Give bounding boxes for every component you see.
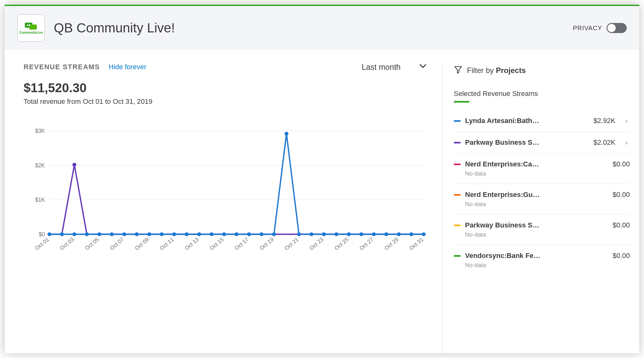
privacy-toggle[interactable] <box>607 23 627 33</box>
svg-point-14 <box>72 232 76 236</box>
stream-row[interactable]: Vendorsync:Bank Fe…No data$0.00 <box>454 245 630 275</box>
chevron-right-icon: › <box>625 139 630 146</box>
stream-swatch <box>454 194 461 196</box>
svg-point-25 <box>210 232 214 236</box>
svg-point-35 <box>335 232 338 236</box>
total-revenue-amount: $11,520.30 <box>24 81 430 95</box>
svg-point-29 <box>259 232 263 236</box>
stream-row[interactable]: Parkway Business S…No data$0.00 <box>454 214 630 245</box>
svg-point-28 <box>247 232 251 236</box>
stream-main: Parkway Business S…No data <box>465 221 608 238</box>
stream-subtext: No data <box>465 201 608 208</box>
chevron-right-icon: › <box>625 117 630 125</box>
content-body: REVENUE STREAMS Hide forever Last month … <box>5 50 639 353</box>
svg-text:$2K: $2K <box>35 162 45 169</box>
svg-point-2 <box>27 24 29 26</box>
svg-point-22 <box>172 232 176 236</box>
svg-point-40 <box>397 232 401 236</box>
stream-amount: $0.00 <box>613 160 630 168</box>
svg-text:Oct 17: Oct 17 <box>233 236 250 251</box>
stream-row[interactable]: Nerd Enterprises:Gu…No data$0.00 <box>454 184 630 214</box>
svg-text:Oct 13: Oct 13 <box>184 236 200 251</box>
stream-row[interactable]: Nerd Enterprises:Ca…No data$0.00 <box>454 153 630 184</box>
svg-text:Oct 11: Oct 11 <box>158 236 175 251</box>
stream-name: Parkway Business S… <box>465 221 545 229</box>
stream-swatch <box>454 120 461 122</box>
stream-main: Nerd Enterprises:Gu…No data <box>465 191 608 208</box>
svg-text:Oct 31: Oct 31 <box>408 236 425 251</box>
stream-row[interactable]: Parkway Business S…$2.02K› <box>454 131 630 153</box>
svg-point-12 <box>47 232 51 236</box>
filter-bold: Projects <box>496 66 526 75</box>
stream-swatch <box>454 255 461 257</box>
app-window: CommunityLive QB Community Live! PRIVACY… <box>5 5 639 353</box>
stream-name: Lynda Artesani:Bath… <box>465 117 545 125</box>
svg-point-39 <box>384 232 388 236</box>
svg-text:Oct 15: Oct 15 <box>208 236 225 251</box>
svg-point-21 <box>160 232 164 236</box>
stream-subtext: No data <box>465 231 608 238</box>
date-range-select[interactable]: Last month <box>362 62 430 72</box>
svg-text:Oct 07: Oct 07 <box>109 236 125 251</box>
svg-point-20 <box>147 232 151 236</box>
svg-point-26 <box>222 232 226 236</box>
svg-point-38 <box>372 232 376 236</box>
svg-point-32 <box>297 232 301 236</box>
svg-point-42 <box>422 232 425 236</box>
funnel-icon <box>454 65 463 76</box>
section-title: REVENUE STREAMS <box>24 63 100 71</box>
svg-point-3 <box>29 24 31 26</box>
stream-list: Lynda Artesani:Bath…$2.92K›Parkway Busin… <box>454 110 630 275</box>
filter-by-projects[interactable]: Filter by Projects <box>454 65 630 76</box>
stream-amount: $0.00 <box>613 252 630 260</box>
chevron-down-icon <box>419 62 427 72</box>
tab-label: Selected Revenue Streams <box>454 90 538 98</box>
svg-point-17 <box>110 232 114 236</box>
total-revenue-subtext: Total revenue from Oct 01 to Oct 31, 201… <box>24 98 430 106</box>
svg-point-19 <box>135 232 139 236</box>
svg-point-37 <box>359 232 363 236</box>
svg-point-31 <box>285 132 288 136</box>
chart-svg: $0$1K$2K$3KOct 01Oct 03Oct 05Oct 07Oct 0… <box>24 128 430 263</box>
svg-point-23 <box>185 232 188 236</box>
page-title: QB Community Live! <box>54 20 175 36</box>
svg-marker-60 <box>455 67 462 73</box>
stream-name: Vendorsync:Bank Fe… <box>465 252 545 260</box>
svg-point-43 <box>72 163 76 166</box>
stream-main: Parkway Business S… <box>465 138 589 147</box>
svg-text:Oct 27: Oct 27 <box>358 236 375 251</box>
stream-swatch <box>454 142 461 143</box>
svg-text:Oct 19: Oct 19 <box>258 236 275 251</box>
hide-forever-link[interactable]: Hide forever <box>109 63 147 71</box>
stream-main: Nerd Enterprises:Ca…No data <box>465 160 608 177</box>
revenue-chart: $0$1K$2K$3KOct 01Oct 03Oct 05Oct 07Oct 0… <box>24 128 430 263</box>
svg-point-24 <box>197 232 201 236</box>
stream-main: Vendorsync:Bank Fe…No data <box>465 252 608 269</box>
svg-point-36 <box>347 232 351 236</box>
svg-point-27 <box>235 232 238 236</box>
header-right: PRIVACY <box>573 23 627 33</box>
svg-point-15 <box>85 232 89 236</box>
svg-text:Oct 01: Oct 01 <box>34 236 50 251</box>
svg-rect-1 <box>29 25 37 30</box>
svg-text:$0: $0 <box>39 231 45 238</box>
svg-point-16 <box>97 232 101 236</box>
stream-row[interactable]: Lynda Artesani:Bath…$2.92K› <box>454 110 630 131</box>
tab-selected-streams[interactable]: Selected Revenue Streams <box>454 90 630 103</box>
svg-point-18 <box>122 232 126 236</box>
filter-prefix: Filter by <box>467 66 496 75</box>
stream-main: Lynda Artesani:Bath… <box>465 117 589 125</box>
stream-name: Nerd Enterprises:Gu… <box>465 191 545 199</box>
stream-amount: $0.00 <box>613 221 630 229</box>
stream-name: Nerd Enterprises:Ca… <box>465 160 545 168</box>
svg-point-41 <box>409 232 413 236</box>
stream-amount: $0.00 <box>613 191 630 199</box>
svg-point-13 <box>60 232 64 236</box>
svg-text:Oct 23: Oct 23 <box>308 236 325 251</box>
svg-point-33 <box>309 232 313 236</box>
toggle-knob <box>608 24 616 32</box>
stream-amount: $2.02K <box>593 138 615 147</box>
stream-amount: $2.92K <box>593 117 615 125</box>
stream-subtext: No data <box>465 262 608 269</box>
filter-label: Filter by Projects <box>467 66 526 75</box>
